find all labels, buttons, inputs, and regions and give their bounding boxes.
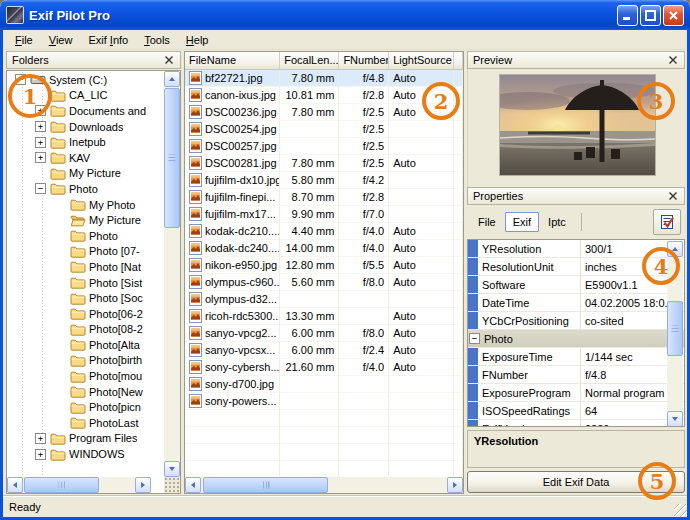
- tree-item[interactable]: My Picture: [7, 212, 164, 228]
- file-row[interactable]: DSC00236.jpg7.80 mmf/2.5Auto: [185, 104, 463, 121]
- column-header-filename[interactable]: FileName: [185, 52, 280, 70]
- file-row[interactable]: kodak-dc210....4.40 mmf/4.0Auto: [185, 223, 463, 240]
- file-row[interactable]: DSC00257.jpgf/2.5: [185, 138, 463, 155]
- file-name-cell: fujifilm-dx10.jpg: [185, 172, 280, 189]
- maximize-button[interactable]: [640, 5, 661, 26]
- preview-close-button[interactable]: [667, 54, 679, 66]
- tree-item[interactable]: +Downloads: [7, 119, 164, 135]
- property-row[interactable]: ExifVersion0220: [468, 420, 684, 427]
- tree-vertical-scrollbar[interactable]: [164, 71, 180, 477]
- scroll-thumb[interactable]: [667, 301, 683, 356]
- file-row[interactable]: DSC00254.jpgf/2.5: [185, 121, 463, 138]
- menu-tools[interactable]: Tools: [136, 32, 178, 48]
- file-row[interactable]: olympus-c960...5.60 mmf/8.0Auto: [185, 274, 463, 291]
- file-row[interactable]: sanyo-vpcg2...6.00 mmf/8.0Auto: [185, 325, 463, 342]
- scroll-right-button[interactable]: [135, 477, 151, 493]
- expand-plus-icon[interactable]: +: [35, 433, 46, 444]
- tree-item[interactable]: Photo [07-: [7, 244, 164, 260]
- file-row[interactable]: fujifilm-mx17...9.90 mmf/7.0: [185, 206, 463, 223]
- collapse-minus-icon[interactable]: −: [469, 333, 480, 344]
- property-row[interactable]: ISOSpeedRatings64: [468, 402, 684, 420]
- file-row[interactable]: fujifilm-dx10.jpg5.80 mmf/4.2: [185, 172, 463, 189]
- file-row[interactable]: DSC00281.jpg7.80 mmf/2.5Auto: [185, 155, 463, 172]
- tree-item[interactable]: Photo [Sist: [7, 275, 164, 291]
- row-indicator: [468, 366, 478, 383]
- file-row[interactable]: sanyo-vpcsx...6.00 mmf/2.4Auto: [185, 342, 463, 359]
- scroll-down-button[interactable]: [164, 461, 180, 477]
- file-row[interactable]: olympus-d32...: [185, 291, 463, 308]
- tree-item[interactable]: My Picture: [7, 166, 164, 182]
- expand-plus-icon[interactable]: +: [35, 137, 46, 148]
- fnumber-cell: [339, 291, 389, 308]
- tree-item[interactable]: Photo: [7, 228, 164, 244]
- title-bar[interactable]: Exif Pilot Pro: [0, 0, 690, 30]
- scroll-right-button[interactable]: [447, 477, 463, 493]
- expand-plus-icon[interactable]: +: [35, 152, 46, 163]
- file-row[interactable]: nikon-e950.jpg12.80 mmf/5.5Auto: [185, 257, 463, 274]
- property-group-row[interactable]: −Photo: [468, 330, 684, 348]
- tree-item[interactable]: Photo[birth: [7, 353, 164, 369]
- minimize-button[interactable]: [617, 5, 638, 26]
- file-row[interactable]: sony-cybersh...21.60 mmf/4.0Auto: [185, 359, 463, 376]
- folders-close-button[interactable]: [163, 54, 175, 66]
- scroll-left-button[interactable]: [185, 477, 201, 493]
- tree-item[interactable]: Photo[06-2: [7, 306, 164, 322]
- tree-item[interactable]: +KAV: [7, 150, 164, 166]
- file-name-cell: kodak-dc210....: [185, 223, 280, 240]
- close-button[interactable]: [663, 5, 684, 26]
- file-row[interactable]: sony-powers...: [185, 393, 463, 410]
- expand-plus-icon[interactable]: +: [35, 121, 46, 132]
- property-row[interactable]: FNumberf/4.8: [468, 366, 684, 384]
- scroll-thumb[interactable]: [203, 477, 328, 493]
- tab-exif[interactable]: Exif: [505, 212, 539, 232]
- menu-help[interactable]: Help: [178, 32, 217, 48]
- menu-exif-info[interactable]: Exif Info: [80, 32, 136, 48]
- expand-plus-icon[interactable]: +: [35, 449, 46, 460]
- tree-item[interactable]: −Photo: [7, 181, 164, 197]
- tree-item[interactable]: +Program Files: [7, 431, 164, 447]
- menu-file[interactable]: File: [7, 32, 41, 48]
- tree-item[interactable]: My Photo: [7, 197, 164, 213]
- properties-panel-title: Properties: [473, 190, 667, 202]
- tab-iptc[interactable]: Iptc: [541, 213, 573, 231]
- file-row[interactable]: sony-d700.jpg: [185, 376, 463, 393]
- tree-item[interactable]: Photo [Nat: [7, 259, 164, 275]
- tab-file[interactable]: File: [471, 213, 503, 231]
- tree-item[interactable]: Photo [Soc: [7, 290, 164, 306]
- tree-item[interactable]: Photo[picn: [7, 399, 164, 415]
- file-row[interactable]: kodak-dc240....14.00 mmf/4.0Auto: [185, 240, 463, 257]
- properties-close-button[interactable]: [667, 190, 679, 202]
- filelist-horizontal-scrollbar[interactable]: [185, 477, 463, 493]
- panel-size-grip[interactable]: [164, 477, 180, 493]
- property-row[interactable]: DateTime04.02.2005 18:0...: [468, 294, 684, 312]
- tree-horizontal-scrollbar[interactable]: [7, 477, 151, 493]
- column-header-lightsource[interactable]: LightSource: [389, 52, 454, 70]
- image-file-icon: [189, 190, 202, 204]
- tree-item[interactable]: +Inetpub: [7, 134, 164, 150]
- scroll-up-button[interactable]: [164, 71, 180, 87]
- property-row[interactable]: ExposureProgramNormal program: [468, 384, 684, 402]
- tree-item[interactable]: Photo[New: [7, 384, 164, 400]
- fnumber-cell: [339, 393, 389, 410]
- folder-icon: [50, 89, 66, 102]
- file-row[interactable]: ricoh-rdc5300...13.30 mmAuto: [185, 308, 463, 325]
- scroll-left-button[interactable]: [7, 477, 23, 493]
- collapse-minus-icon[interactable]: −: [35, 183, 46, 194]
- tree-item[interactable]: PhotoLast: [7, 415, 164, 431]
- tree-item[interactable]: Photo[mou: [7, 368, 164, 384]
- scroll-down-button[interactable]: [667, 411, 683, 427]
- tree-item[interactable]: Photo[Alta: [7, 337, 164, 353]
- menu-view[interactable]: View: [41, 32, 81, 48]
- property-row[interactable]: ExposureTime1/144 sec: [468, 348, 684, 366]
- property-row[interactable]: YCbCrPositioningco-sited: [468, 312, 684, 330]
- column-header-focallen[interactable]: FocalLen...: [280, 52, 339, 70]
- file-row[interactable]: fujifilm-finepi...8.70 mmf/2.8: [185, 189, 463, 206]
- filler-cell: [454, 70, 463, 87]
- scroll-thumb[interactable]: [164, 88, 180, 228]
- scroll-thumb[interactable]: [24, 477, 99, 493]
- edit-form-button[interactable]: [653, 209, 681, 235]
- file-row[interactable]: bf22721.jpg7.80 mmf/4.8Auto: [185, 70, 463, 87]
- tree-item[interactable]: +WINDOWS: [7, 446, 164, 462]
- tree-item[interactable]: Photo[08-2: [7, 322, 164, 338]
- column-header-fnumber[interactable]: FNumber: [339, 52, 389, 70]
